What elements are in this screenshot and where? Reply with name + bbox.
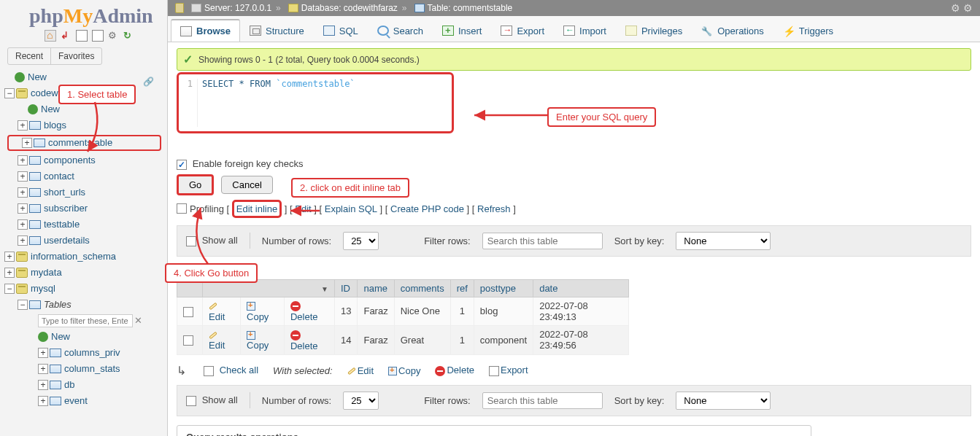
tree-db-codewithfaraz[interactable]: − codewithfaraz <box>4 85 164 101</box>
bulk-edit[interactable]: Edit <box>358 365 374 376</box>
row-edit[interactable]: Edit <box>209 340 225 351</box>
sort-select[interactable]: None <box>676 232 771 250</box>
tree-table[interactable]: + db <box>4 377 164 393</box>
cancel-button[interactable]: Cancel <box>221 176 272 194</box>
tree-db-mydata[interactable]: + mydata <box>4 265 164 281</box>
edit-link[interactable]: Edit <box>295 203 311 214</box>
numrows-select[interactable]: 25 <box>343 232 379 250</box>
th-posttype[interactable]: posttype <box>474 279 533 297</box>
tree-table-components[interactable]: + components <box>4 152 164 168</box>
collapse-icon[interactable]: − <box>18 300 28 310</box>
tree-mysql-tables[interactable]: − Tables <box>4 297 164 313</box>
explain-link[interactable]: Explain SQL <box>325 203 377 214</box>
expand-icon[interactable]: + <box>38 348 48 358</box>
expand-icon[interactable]: + <box>38 380 48 390</box>
row-checkbox[interactable] <box>183 335 193 346</box>
tree-db-infoschema[interactable]: + information_schema <box>4 249 164 265</box>
tab-import[interactable]: Import <box>554 19 616 42</box>
sql-code[interactable]: SELECT * FROM `commentstable` <box>198 79 355 127</box>
sql-editor[interactable]: 1 SELECT * FROM `commentstable` <box>177 72 454 133</box>
bulk-export[interactable]: Export <box>501 365 528 375</box>
tree-table[interactable]: + columns_priv <box>4 345 164 361</box>
tab-insert[interactable]: Insert <box>433 19 492 42</box>
bc-db[interactable]: codewithfaraz <box>344 3 398 13</box>
bulk-copy[interactable]: Copy <box>398 365 420 376</box>
edit-inline-link[interactable]: Edit inline <box>232 200 282 218</box>
fk-checkbox[interactable] <box>177 160 187 170</box>
expand-icon[interactable]: + <box>38 364 48 374</box>
collapse-icon[interactable]: − <box>4 284 15 294</box>
tree-table-commentstable[interactable]: + commentstable <box>7 135 161 151</box>
tree-table-userdetails[interactable]: + userdetails <box>4 233 164 249</box>
expand-icon[interactable]: + <box>18 171 28 182</box>
th-comments[interactable]: comments <box>394 279 450 297</box>
filter-input[interactable] <box>482 233 603 249</box>
sort-t-icon[interactable]: ⊤ <box>192 265 200 276</box>
showall-label[interactable]: Show all <box>186 235 238 246</box>
page-settings-icon[interactable]: ⚙ ⚙ <box>951 2 973 14</box>
showall-checkbox[interactable] <box>186 236 196 246</box>
docs-icon[interactable] <box>76 30 88 42</box>
tree-table-shorturls[interactable]: + short_urls <box>4 184 164 201</box>
tree-filter-input[interactable] <box>38 314 133 327</box>
refresh-link[interactable]: Refresh <box>477 203 511 214</box>
tree-table-blogs[interactable]: + blogs <box>4 117 164 133</box>
tree-new[interactable]: New <box>4 69 164 85</box>
tab-search[interactable]: Search <box>368 19 433 42</box>
fk-checkbox-label[interactable]: Enable foreign key checks <box>177 158 303 170</box>
sort-left-icon[interactable]: ← <box>181 265 190 276</box>
tree-table[interactable]: + event <box>4 393 164 409</box>
nav-icon[interactable] <box>92 30 104 42</box>
check-all-checkbox[interactable] <box>204 366 214 376</box>
th-id[interactable]: ID <box>334 279 357 297</box>
tree-db-mysql[interactable]: − mysql <box>4 281 164 297</box>
expand-icon[interactable]: + <box>4 252 15 262</box>
tree-table-contact[interactable]: + contact <box>4 168 164 184</box>
check-all-label[interactable]: Check all <box>204 365 258 376</box>
tree-mysql-new[interactable]: New <box>4 329 164 345</box>
numrows-select-b[interactable]: 25 <box>343 392 379 410</box>
tab-favorites[interactable]: Favorites <box>51 48 101 64</box>
tree-table-testtable[interactable]: + testtable <box>4 217 164 233</box>
th-ref[interactable]: ref <box>450 279 474 297</box>
expand-icon[interactable]: + <box>18 120 28 131</box>
tab-structure[interactable]: Structure <box>240 19 314 42</box>
th-name[interactable]: name <box>358 279 394 297</box>
tree-table[interactable]: + column_stats <box>4 361 164 377</box>
tab-recent[interactable]: Recent <box>8 48 51 64</box>
row-delete[interactable]: Delete <box>290 311 318 322</box>
th-date[interactable]: date <box>533 279 629 297</box>
tab-export[interactable]: Export <box>491 19 554 42</box>
bulk-delete[interactable]: Delete <box>447 365 474 375</box>
expand-icon[interactable]: + <box>38 396 48 406</box>
expand-icon[interactable]: + <box>18 187 28 198</box>
showall-label-b[interactable]: Show all <box>186 394 238 406</box>
tab-sql[interactable]: SQL <box>314 19 368 42</box>
settings-icon[interactable] <box>108 30 120 42</box>
home-icon[interactable] <box>45 30 56 42</box>
tab-operations[interactable]: Operations <box>692 19 773 42</box>
row-copy[interactable]: Copy <box>247 340 269 351</box>
reload-icon[interactable] <box>123 30 135 42</box>
sort-right-icon[interactable]: → <box>201 265 211 276</box>
tab-privileges[interactable]: Privileges <box>616 19 692 42</box>
expand-icon[interactable]: + <box>4 268 15 278</box>
row-copy[interactable]: Copy <box>247 311 269 322</box>
row-edit[interactable]: Edit <box>209 311 225 322</box>
logout-icon[interactable] <box>61 30 72 42</box>
row-delete[interactable]: Delete <box>290 340 318 351</box>
tab-browse[interactable]: Browse <box>171 19 240 42</box>
link-icon[interactable]: 🔗 <box>143 77 154 87</box>
tree-table-subscriber[interactable]: + subscriber <box>4 201 164 217</box>
expand-icon[interactable]: + <box>22 138 32 148</box>
tree-cwf-new[interactable]: New <box>4 101 164 117</box>
row-checkbox[interactable] <box>183 307 193 317</box>
showall-checkbox-b[interactable] <box>186 396 196 406</box>
create-php-link[interactable]: Create PHP code <box>390 203 464 214</box>
clear-icon[interactable]: ✕ <box>134 315 142 326</box>
collapse-icon[interactable]: − <box>4 88 15 98</box>
expand-icon[interactable]: + <box>18 155 28 166</box>
panel-handle-icon[interactable] <box>175 3 184 13</box>
bc-server[interactable]: 127.0.0.1 <box>235 3 271 13</box>
bc-table[interactable]: commentstable <box>453 3 512 13</box>
